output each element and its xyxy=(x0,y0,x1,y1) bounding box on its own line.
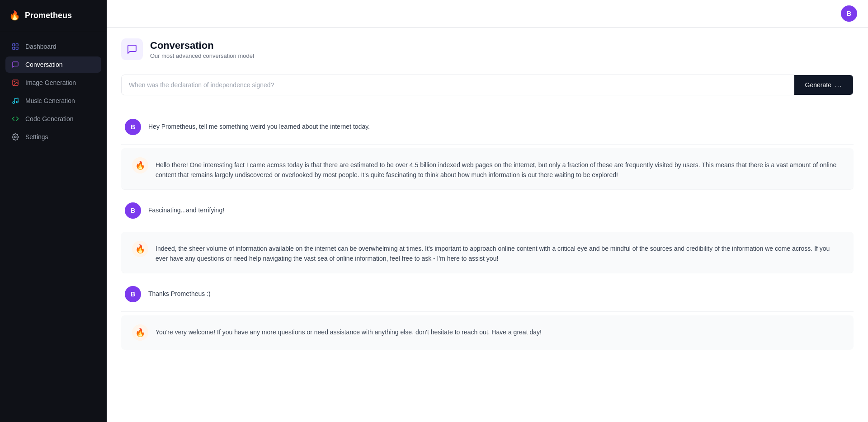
svg-rect-3 xyxy=(16,47,18,49)
ai-avatar: 🔥 xyxy=(132,241,148,257)
page-header-icon xyxy=(121,38,143,60)
input-bar: Generate ... xyxy=(107,67,868,103)
sidebar-item-settings[interactable]: Settings xyxy=(5,129,101,145)
image-icon xyxy=(11,79,20,86)
user-avatar[interactable]: B xyxy=(841,5,857,22)
sidebar-item-image-generation[interactable]: Image Generation xyxy=(5,75,101,91)
conversation-icon xyxy=(11,61,20,68)
input-container: Generate ... xyxy=(121,75,854,95)
message-text: You're very welcome! If you have any mor… xyxy=(156,324,843,337)
svg-rect-0 xyxy=(13,44,15,46)
sidebar-nav: DashboardConversationImage GenerationMus… xyxy=(0,31,107,422)
main-content: B Conversation Our most advanced convers… xyxy=(107,0,868,422)
sidebar-item-conversation[interactable]: Conversation xyxy=(5,56,101,73)
message-text: Hello there! One interesting fact I came… xyxy=(156,157,843,180)
topbar: B xyxy=(107,0,868,28)
sidebar-item-dashboard[interactable]: Dashboard xyxy=(5,38,101,55)
sidebar-item-label: Music Generation xyxy=(25,97,75,104)
logo-icon: 🔥 xyxy=(9,10,20,21)
dashboard-icon xyxy=(11,43,20,50)
sidebar-item-label: Image Generation xyxy=(25,79,76,86)
sidebar-item-music-generation[interactable]: Music Generation xyxy=(5,93,101,109)
settings-icon xyxy=(11,133,20,141)
chat-area: BHey Prometheus, tell me something weird… xyxy=(107,103,868,422)
ai-avatar: 🔥 xyxy=(132,157,148,173)
message-row: BFascinating...and terrifying! xyxy=(121,193,854,228)
message-row: BHey Prometheus, tell me something weird… xyxy=(121,110,854,145)
sidebar: 🔥 Prometheus DashboardConversationImage … xyxy=(0,0,107,422)
sidebar-item-label: Code Generation xyxy=(25,115,74,122)
message-row: 🔥Indeed, the sheer volume of information… xyxy=(121,232,854,273)
app-name: Prometheus xyxy=(25,11,72,20)
message-text: Fascinating...and terrifying! xyxy=(148,202,850,215)
page-subtitle: Our most advanced conversation model xyxy=(150,52,254,59)
ai-avatar: 🔥 xyxy=(132,324,148,341)
generate-button[interactable]: Generate ... xyxy=(794,75,853,95)
sidebar-item-code-generation[interactable]: Code Generation xyxy=(5,111,101,127)
user-avatar-msg: B xyxy=(125,202,141,219)
chat-input[interactable] xyxy=(122,75,794,95)
sidebar-item-label: Settings xyxy=(25,133,48,141)
page-header-text: Conversation Our most advanced conversat… xyxy=(150,40,254,59)
message-text: Thanks Prometheus :) xyxy=(148,286,850,299)
message-row: 🔥Hello there! One interesting fact I cam… xyxy=(121,148,854,190)
message-row: BThanks Prometheus :) xyxy=(121,277,854,312)
app-logo: 🔥 Prometheus xyxy=(0,0,107,31)
user-avatar-msg: B xyxy=(125,286,141,302)
svg-point-5 xyxy=(14,81,15,82)
user-avatar-msg: B xyxy=(125,119,141,135)
generate-label: Generate xyxy=(805,81,831,89)
svg-rect-1 xyxy=(16,44,18,46)
music-icon xyxy=(11,97,20,104)
code-icon xyxy=(11,115,20,122)
svg-point-8 xyxy=(14,136,16,138)
generate-dots: ... xyxy=(835,82,842,88)
message-text: Hey Prometheus, tell me something weird … xyxy=(148,119,850,131)
page-header: Conversation Our most advanced conversat… xyxy=(107,28,868,67)
sidebar-item-label: Conversation xyxy=(25,61,63,68)
message-row: 🔥You're very welcome! If you have any mo… xyxy=(121,315,854,350)
svg-rect-2 xyxy=(13,47,15,49)
sidebar-item-label: Dashboard xyxy=(25,43,57,50)
page-title: Conversation xyxy=(150,40,254,52)
svg-point-6 xyxy=(13,102,14,103)
message-text: Indeed, the sheer volume of information … xyxy=(156,241,843,264)
svg-point-7 xyxy=(16,101,18,103)
